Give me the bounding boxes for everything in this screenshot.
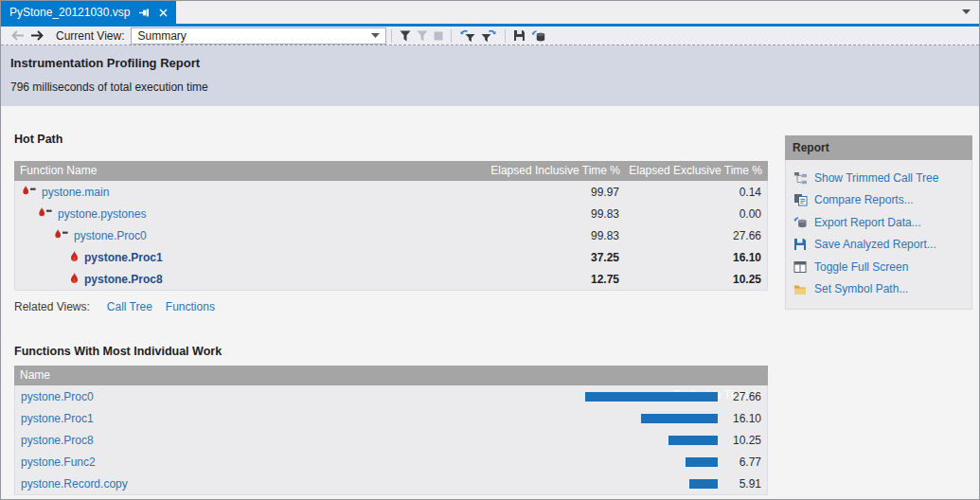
hot-path-row: pystone.Proc812.7510.25 bbox=[15, 268, 767, 290]
function-name-cell: pystone.Proc1 bbox=[15, 251, 469, 264]
hot-path-row: pystone.Proc137.2516.10 bbox=[15, 246, 767, 268]
report-action-export-report-data[interactable]: Export Report Data... bbox=[793, 211, 968, 234]
report-title: Instrumentation Profiling Report bbox=[10, 56, 979, 70]
exclusive-time-value: 16.10 bbox=[718, 412, 767, 425]
forward-icon[interactable] bbox=[30, 30, 44, 41]
function-name-cell: pystone.Func2 bbox=[15, 455, 576, 469]
flame-icon bbox=[69, 273, 80, 285]
related-views-label: Related Views: bbox=[14, 300, 90, 313]
set-symbol-path-icon bbox=[793, 283, 808, 295]
functions-work-title: Functions With Most Individual Work bbox=[14, 314, 768, 360]
inclusive-time-value: 37.25 bbox=[469, 251, 625, 264]
flame-icon bbox=[69, 251, 80, 263]
hot-path-table-header: Function Name Elapsed Inclusive Time % E… bbox=[14, 161, 768, 181]
report-action-trimmed-call-tree[interactable]: Show Trimmed Call Tree bbox=[793, 167, 968, 189]
report-action-label: Toggle Full Screen bbox=[814, 260, 908, 274]
function-link[interactable]: pystone.Proc0 bbox=[21, 390, 94, 403]
function-link[interactable]: pystone.Proc8 bbox=[84, 273, 163, 286]
function-name-cell: pystone.Proc0 bbox=[15, 229, 469, 242]
document-well-dropdown-icon[interactable] bbox=[962, 9, 971, 14]
function-name-cell: pystone.main bbox=[15, 186, 469, 199]
function-link[interactable]: pystone.Record.copy bbox=[21, 477, 128, 491]
toolbar-separator bbox=[391, 29, 392, 43]
filter-disabled-icon bbox=[417, 30, 428, 42]
related-views-links: Call TreeFunctions bbox=[107, 300, 228, 313]
functions-work-row: pystone.Proc116.10 bbox=[15, 407, 767, 429]
inclusive-time-value: 99.97 bbox=[469, 186, 625, 199]
close-icon[interactable] bbox=[159, 9, 168, 17]
function-name-cell: pystone.Record.copy bbox=[15, 477, 576, 491]
summary-content: Hot Path Function Name Elapsed Inclusive… bbox=[1, 106, 979, 499]
apply-filter-icon[interactable] bbox=[459, 29, 475, 43]
inclusive-time-value: 99.83 bbox=[469, 229, 625, 242]
exclusive-time-bar bbox=[686, 457, 718, 467]
report-action-compare-reports[interactable]: Compare Reports... bbox=[793, 189, 968, 212]
current-view-combobox[interactable]: Summary bbox=[131, 27, 386, 45]
hot-path-title: Hot Path bbox=[14, 106, 768, 148]
main-column: Hot Path Function Name Elapsed Inclusive… bbox=[14, 106, 768, 495]
back-icon[interactable] bbox=[11, 30, 25, 41]
flame-path-icon bbox=[53, 229, 69, 241]
column-function-name: Function Name bbox=[14, 161, 470, 181]
report-panel: Report Show Trimmed Call TreeCompare Rep… bbox=[785, 135, 972, 310]
report-action-label: Export Report Data... bbox=[814, 216, 921, 229]
current-view-label: Current View: bbox=[56, 29, 124, 43]
exclusive-time-bar-cell bbox=[576, 479, 718, 489]
functions-work-row: pystone.Record.copy5.91 bbox=[15, 473, 767, 494]
profiler-window: PyStone_20121030.vsp Current View: Summa… bbox=[0, 0, 980, 500]
filter-icon[interactable] bbox=[400, 30, 411, 42]
flame-path-icon bbox=[37, 207, 53, 220]
exclusive-time-value: 27.66 bbox=[625, 229, 767, 242]
function-name-cell: pystone.Proc8 bbox=[15, 434, 576, 447]
related-views: Related Views: Call TreeFunctions bbox=[14, 299, 768, 314]
report-action-save-analyzed-report[interactable]: Save Analyzed Report... bbox=[793, 234, 968, 257]
related-view-link[interactable]: Call Tree bbox=[107, 300, 152, 313]
report-action-toggle-full-screen[interactable]: Toggle Full Screen bbox=[793, 256, 968, 278]
pin-icon[interactable] bbox=[138, 8, 151, 18]
report-action-label: Set Symbol Path... bbox=[814, 282, 908, 295]
save-icon[interactable] bbox=[513, 29, 526, 42]
exclusive-time-bar-cell bbox=[576, 414, 718, 423]
column-inclusive-time: Elapsed Inclusive Time % bbox=[470, 161, 626, 181]
document-tab[interactable]: PyStone_20121030.vsp bbox=[1, 1, 176, 24]
trimmed-call-tree-icon bbox=[793, 171, 808, 185]
toolbar-separator bbox=[451, 29, 452, 43]
function-link[interactable]: pystone.Func2 bbox=[21, 455, 96, 469]
function-link[interactable]: pystone.Proc8 bbox=[21, 434, 94, 447]
exclusive-time-value: 16.10 bbox=[625, 251, 767, 264]
function-link[interactable]: pystone.main bbox=[42, 186, 109, 199]
function-name-cell: pystone.Proc0 bbox=[15, 390, 576, 403]
report-panel-title: Report bbox=[785, 135, 972, 160]
function-link[interactable]: pystone.Proc1 bbox=[21, 412, 94, 425]
function-link[interactable]: pystone.Proc0 bbox=[74, 229, 147, 242]
exclusive-time-bar bbox=[689, 479, 718, 489]
functions-work-row: pystone.Proc810.25 bbox=[15, 429, 767, 451]
functions-work-table-header: Name Exclusive Time % bbox=[14, 366, 768, 385]
report-subtitle: 796 milliseconds of total execution time bbox=[10, 80, 979, 94]
hot-path-table-body: pystone.main99.970.14pystone.pystones99.… bbox=[14, 181, 768, 291]
exclusive-time-bar bbox=[668, 436, 718, 445]
exclusive-time-bar-cell bbox=[576, 457, 718, 467]
exclusive-time-bar bbox=[585, 392, 718, 402]
exclusive-time-value: 0.00 bbox=[625, 207, 767, 221]
toggle-full-screen-icon bbox=[793, 260, 808, 274]
compare-reports-icon bbox=[793, 193, 808, 206]
function-link[interactable]: pystone.Proc1 bbox=[84, 251, 163, 264]
exclusive-time-value: 0.14 bbox=[625, 186, 767, 199]
current-view-value: Summary bbox=[137, 28, 186, 44]
save-analyzed-report-icon bbox=[793, 238, 808, 251]
related-view-link[interactable]: Functions bbox=[166, 300, 215, 313]
exclusive-time-bar-cell bbox=[576, 436, 718, 445]
exclusive-time-value: 6.77 bbox=[718, 455, 767, 469]
report-action-label: Save Analyzed Report... bbox=[814, 238, 936, 251]
report-action-label: Show Trimmed Call Tree bbox=[814, 171, 938, 185]
column-exclusive-time: Elapsed Exclusive Time % bbox=[626, 161, 768, 181]
functions-work-row: pystone.Func26.77 bbox=[15, 451, 767, 473]
report-action-set-symbol-path[interactable]: Set Symbol Path... bbox=[793, 278, 968, 301]
export-data-icon[interactable] bbox=[531, 29, 546, 43]
export-report-data-icon bbox=[793, 216, 808, 229]
reapply-filter-icon[interactable] bbox=[481, 29, 497, 43]
hot-path-row: pystone.pystones99.830.00 bbox=[15, 203, 767, 224]
inclusive-time-value: 99.83 bbox=[469, 207, 625, 221]
function-link[interactable]: pystone.pystones bbox=[58, 207, 146, 221]
